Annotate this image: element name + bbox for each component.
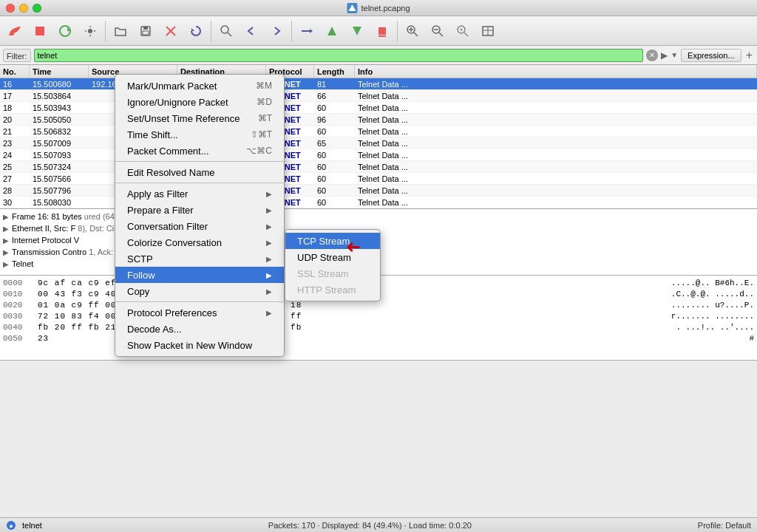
detail-row-frame[interactable]: ▶ Frame 16: 81 bytes ured (648 bits) on … — [0, 211, 757, 222]
forward-button[interactable] — [265, 19, 288, 43]
svg-marker-16 — [353, 27, 361, 35]
follow-submenu: TCP Stream UDP Stream SSL Stream HTTP St… — [285, 229, 381, 301]
goto-packet-button[interactable] — [295, 19, 319, 43]
menu-show-new-window[interactable]: Show Packet in New Window — [115, 337, 284, 353]
context-menu: Mark/Unmark Packet ⌘M Ignore/Unignore Pa… — [115, 74, 285, 357]
menu-time-shift[interactable]: Time Shift... ⇧⌘T — [115, 126, 284, 143]
menu-edit-resolved[interactable]: Edit Resolved Name — [115, 164, 284, 180]
table-row[interactable]: 16 15.500680 192.168.1.100 192.168.1.10 … — [0, 78, 757, 90]
svg-rect-6 — [143, 27, 148, 30]
menu-apply-filter[interactable]: Apply as Filter ▶ — [115, 185, 284, 202]
open-button[interactable] — [109, 19, 132, 43]
svg-marker-14 — [310, 29, 313, 33]
table-row[interactable]: 28 15.507796 .00 TELNET 60 Telnet Data .… — [0, 185, 757, 197]
svg-line-12 — [228, 33, 231, 36]
main-toolbar — [0, 16, 757, 46]
submenu-ssl-stream: SSL Stream — [285, 265, 380, 282]
column-header-no[interactable]: No. — [0, 65, 30, 78]
stop-button[interactable] — [28, 19, 52, 43]
status-info: Packets: 170 · Displayed: 84 (49.4%) · L… — [45, 521, 695, 530]
prev-packet-button[interactable] — [320, 19, 344, 43]
menu-separator-3 — [115, 301, 284, 302]
expression-button[interactable]: Expression... — [681, 49, 741, 62]
close-window-button[interactable] — [6, 4, 15, 13]
next-packet-button[interactable] — [345, 19, 369, 43]
expand-icon: ▶ — [3, 225, 12, 233]
status-profile-name: telnet — [22, 521, 42, 530]
filter-label: Filter: — [3, 49, 31, 62]
shark-fin-button[interactable] — [3, 19, 27, 43]
svg-line-22 — [414, 33, 418, 36]
menu-colorize[interactable]: Colorize Conversation ▶ — [115, 234, 284, 250]
table-row[interactable]: 30 15.508030 .00 TELNET 60 Telnet Data .… — [0, 197, 757, 208]
reload-button[interactable] — [184, 19, 208, 43]
svg-line-25 — [439, 33, 443, 36]
status-icon: ● — [6, 520, 16, 531]
svg-point-4 — [88, 29, 92, 33]
submenu-udp-stream[interactable]: UDP Stream — [285, 249, 380, 265]
menu-separator-1 — [115, 161, 284, 162]
filter-input[interactable] — [34, 49, 644, 62]
close-file-button[interactable] — [159, 19, 183, 43]
table-row[interactable]: 27 15.507566 .00 TELNET 60 Telnet Data .… — [0, 173, 757, 185]
gear-button[interactable] — [78, 19, 102, 43]
table-row[interactable]: 17 15.503864 .00 TELNET 66 Telnet Data .… — [0, 90, 757, 102]
red-arrow-indicator: ➜ — [346, 236, 361, 257]
maximize-window-button[interactable] — [33, 4, 41, 13]
menu-decode-as[interactable]: Decode As... — [115, 321, 284, 337]
filter-plus-button[interactable]: + — [744, 49, 754, 62]
menu-set-time-ref[interactable]: Set/Unset Time Reference ⌘T — [115, 110, 284, 126]
zoom-in-button[interactable] — [401, 19, 424, 43]
column-prefs-button[interactable] — [476, 19, 500, 43]
expand-icon: ▶ — [3, 260, 12, 268]
refresh-button[interactable] — [53, 19, 77, 43]
traffic-lights — [6, 4, 41, 13]
expand-icon: ▶ — [3, 248, 12, 256]
search-button[interactable] — [214, 19, 238, 43]
wireshark-icon — [347, 3, 357, 13]
menu-protocol-prefs[interactable]: Protocol Preferences ▶ — [115, 304, 284, 321]
expand-icon: ▶ — [3, 213, 12, 221]
toolbar-separator-1 — [105, 21, 106, 41]
menu-conversation-filter[interactable]: Conversation Filter ▶ — [115, 218, 284, 234]
packet-list-header: No. Time Source Destination Protocol Len… — [0, 65, 757, 78]
svg-marker-15 — [327, 27, 336, 35]
window-title: telnet.pcapng — [347, 3, 410, 13]
menu-ignore-unignore[interactable]: Ignore/Unignore Packet ⌘D — [115, 94, 284, 110]
menu-packet-comment[interactable]: Packet Comment... ⌥⌘C — [115, 143, 284, 159]
column-header-time[interactable]: Time — [30, 65, 89, 78]
svg-rect-1 — [35, 27, 44, 35]
table-row[interactable]: 20 15.505050 .00 TELNET 96 Telnet Data .… — [0, 114, 757, 126]
column-header-length[interactable]: Length — [314, 65, 355, 78]
svg-rect-7 — [143, 31, 149, 35]
table-row[interactable]: 18 15.503943 .0 TELNET 60 Telnet Data ..… — [0, 102, 757, 114]
menu-mark-unmark[interactable]: Mark/Unmark Packet ⌘M — [115, 78, 284, 94]
zoom-reset-button[interactable] — [451, 19, 475, 43]
minimize-window-button[interactable] — [19, 4, 28, 13]
submenu-tcp-stream[interactable]: TCP Stream — [285, 233, 380, 249]
packet-list: No. Time Source Destination Protocol Len… — [0, 65, 757, 209]
filter-dropdown-button[interactable]: ▼ — [671, 51, 678, 59]
table-row[interactable]: 24 15.507093 .00 TELNET 60 Telnet Data .… — [0, 149, 757, 161]
menu-sctp[interactable]: SCTP ▶ — [115, 250, 284, 267]
column-header-info[interactable]: Info — [355, 65, 757, 78]
zoom-out-button[interactable] — [426, 19, 449, 43]
filter-bar: Filter: ✕ ▶ ▼ Expression... + — [0, 46, 757, 65]
save-button[interactable] — [134, 19, 157, 43]
menu-prepare-filter[interactable]: Prepare a Filter ▶ — [115, 202, 284, 218]
back-button[interactable] — [240, 19, 263, 43]
table-row[interactable]: 23 15.507009 .0 TELNET 65 Telnet Data ..… — [0, 137, 757, 149]
filter-clear-button[interactable]: ✕ — [646, 50, 658, 61]
filter-next-button[interactable]: ▶ — [661, 50, 668, 61]
stop-capture-button[interactable] — [370, 19, 394, 43]
svg-marker-10 — [191, 28, 194, 31]
table-row[interactable]: 25 15.507324 .00 TELNET 60 Telnet Data .… — [0, 161, 757, 173]
table-row[interactable]: 21 15.506832 .0 TELNET 60 Telnet Data ..… — [0, 126, 757, 137]
status-profile: Profile: Default — [698, 521, 751, 530]
submenu-http-stream: HTTP Stream — [285, 282, 380, 298]
table-row[interactable]: 31 15.508582 .00 TELNET 60 Telnet Data .… — [0, 208, 757, 209]
svg-rect-17 — [378, 27, 386, 35]
svg-marker-0 — [348, 4, 356, 11]
menu-follow[interactable]: Follow ▶ — [115, 267, 284, 283]
menu-copy[interactable]: Copy ▶ — [115, 283, 284, 299]
